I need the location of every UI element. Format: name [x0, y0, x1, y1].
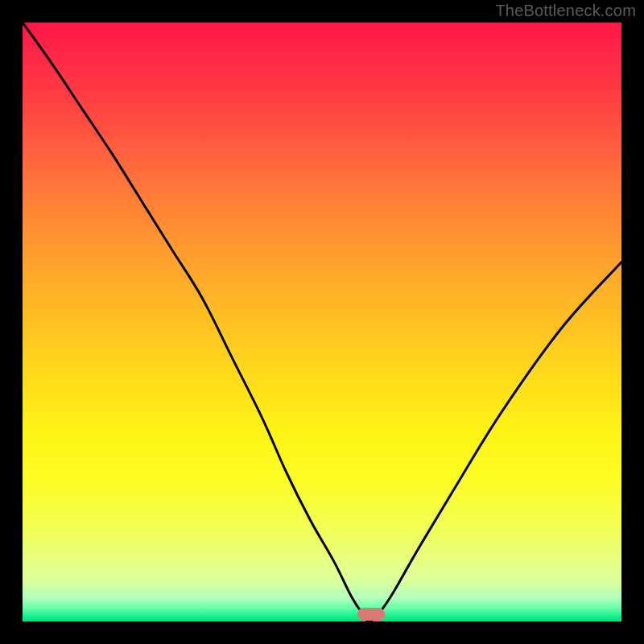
chart-container: TheBottleneck.com: [0, 0, 644, 644]
attribution-label: TheBottleneck.com: [495, 2, 636, 20]
optimum-marker: [357, 608, 385, 621]
plot-area: [23, 23, 621, 621]
bottleneck-curve: [23, 23, 621, 621]
curve-path: [23, 23, 621, 621]
